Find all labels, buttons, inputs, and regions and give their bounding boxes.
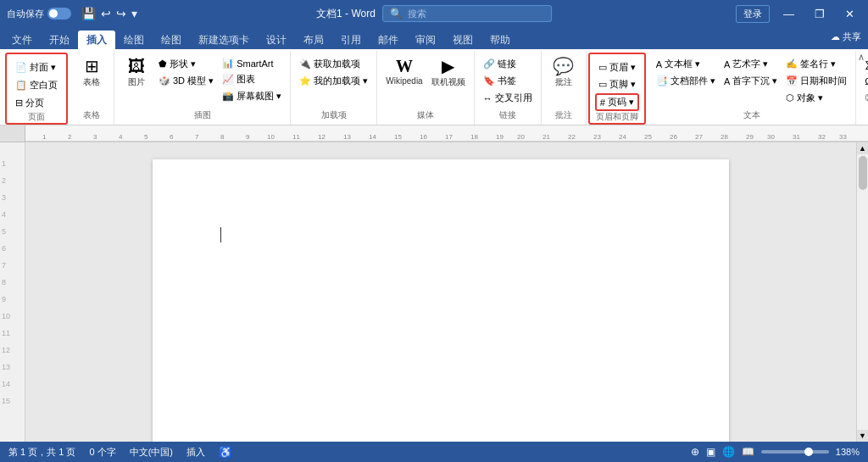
tab-help[interactable]: 帮助 bbox=[481, 31, 519, 49]
media-group-content: W Wikipedia ▶ 联机视频 bbox=[382, 53, 468, 109]
svg-text:29: 29 bbox=[746, 133, 754, 141]
view-web-icon[interactable]: 🌐 bbox=[722, 446, 735, 458]
links-group-content: 🔗 链接 🔖 书签 ↔ 交叉引用 bbox=[480, 53, 536, 109]
scroll-thumb[interactable] bbox=[859, 156, 867, 190]
number-button[interactable]: ① 编号 bbox=[861, 90, 868, 106]
datetime-icon: 📅 bbox=[786, 75, 798, 86]
autosave-area: 自动保存 bbox=[7, 8, 71, 20]
document-page[interactable] bbox=[153, 159, 729, 442]
margin-num-3: 3 bbox=[2, 193, 6, 202]
smartart-button[interactable]: 📊 SmartArt bbox=[219, 56, 285, 70]
my-addins-button[interactable]: ⭐ 我的加载项 ▾ bbox=[296, 73, 371, 89]
chart-button[interactable]: 📈 图表 bbox=[219, 71, 285, 87]
page-container[interactable] bbox=[25, 142, 856, 442]
footer-icon: ▭ bbox=[598, 79, 607, 90]
zoom-thumb[interactable] bbox=[804, 448, 813, 456]
search-box[interactable]: 🔍 bbox=[382, 5, 552, 22]
page-break-button[interactable]: ⊟ 分页 bbox=[12, 95, 61, 111]
tab-draw2[interactable]: 绘图 bbox=[153, 31, 190, 49]
ribbon-collapse-btn[interactable]: ∧ bbox=[858, 51, 865, 63]
3d-model-button[interactable]: 🎲 3D 模型 ▾ bbox=[155, 73, 217, 89]
svg-text:27: 27 bbox=[695, 133, 703, 141]
undo-icon[interactable]: ↩ bbox=[101, 7, 111, 20]
footer-button[interactable]: ▭ 页脚 ▾ bbox=[595, 76, 639, 92]
picture-button[interactable]: 🖼 图片 bbox=[120, 56, 153, 90]
wordart-button[interactable]: A 艺术字 ▾ bbox=[721, 56, 781, 72]
view-read-icon[interactable]: 📖 bbox=[742, 446, 754, 458]
symbol-button[interactable]: Ω 符号 ▾ bbox=[861, 73, 868, 89]
symbol-icon: Ω bbox=[865, 76, 868, 86]
accessibility-icon[interactable]: ♿ bbox=[219, 446, 232, 459]
wikipedia-button[interactable]: W Wikipedia bbox=[382, 56, 426, 87]
scroll-down-button[interactable]: ▼ bbox=[857, 430, 869, 442]
addins-icon: 🔌 bbox=[299, 58, 311, 70]
svg-text:23: 23 bbox=[593, 133, 601, 141]
object-button[interactable]: ⬡ 对象 ▾ bbox=[782, 90, 850, 106]
redo-icon[interactable]: ↪ bbox=[116, 7, 126, 20]
restore-button[interactable]: ❐ bbox=[808, 6, 832, 22]
blank-page-button[interactable]: 📋 空白页 bbox=[12, 77, 61, 93]
tab-insert[interactable]: 插入 bbox=[78, 31, 115, 49]
margin-num-11: 11 bbox=[2, 329, 10, 337]
cover-page-button[interactable]: 📄 封面 ▾ bbox=[12, 59, 61, 75]
my-addins-icon: ⭐ bbox=[299, 75, 311, 86]
more-qa-icon[interactable]: ▾ bbox=[131, 7, 137, 20]
view-print-icon[interactable]: ▣ bbox=[706, 446, 715, 458]
scroll-up-button[interactable]: ▲ bbox=[857, 142, 869, 154]
tab-newtab[interactable]: 新建选项卡 bbox=[190, 31, 258, 49]
3d-icon: 🎲 bbox=[159, 75, 170, 86]
tab-home[interactable]: 开始 bbox=[41, 31, 78, 49]
tab-mailings[interactable]: 邮件 bbox=[370, 31, 407, 49]
online-video-button[interactable]: ▶ 联机视频 bbox=[428, 56, 469, 90]
bookmark-button[interactable]: 🔖 书签 bbox=[480, 73, 536, 89]
focus-icon[interactable]: ⊕ bbox=[691, 446, 699, 458]
cross-reference-button[interactable]: ↔ 交叉引用 bbox=[480, 90, 536, 106]
link-button[interactable]: 🔗 链接 bbox=[480, 56, 536, 72]
textbox-button[interactable]: A 文本框 ▾ bbox=[653, 56, 719, 72]
ribbon-group-pages: 📄 封面 ▾ 📋 空白页 ⊟ 分页 页面 bbox=[5, 53, 68, 125]
tab-layout[interactable]: 布局 bbox=[295, 31, 332, 49]
page-info: 第 1 页，共 1 页 bbox=[8, 446, 75, 459]
page-number-button[interactable]: # 页码 ▾ bbox=[595, 93, 639, 111]
tab-design[interactable]: 设计 bbox=[258, 31, 295, 49]
screenshot-icon: 📸 bbox=[222, 91, 234, 102]
dropcap-button[interactable]: A 首字下沉 ▾ bbox=[721, 73, 781, 89]
tab-references[interactable]: 引用 bbox=[332, 31, 370, 49]
save-icon[interactable]: 💾 bbox=[81, 7, 96, 20]
screenshot-button[interactable]: 📸 屏幕截图 ▾ bbox=[219, 88, 285, 104]
close-button[interactable]: ✕ bbox=[838, 6, 861, 22]
svg-text:4: 4 bbox=[119, 133, 123, 141]
pages-col: 📄 封面 ▾ 📋 空白页 ⊟ 分页 bbox=[12, 59, 61, 111]
shape-icon: ⬟ bbox=[159, 58, 167, 70]
tab-review[interactable]: 审阅 bbox=[407, 31, 444, 49]
tab-view[interactable]: 视图 bbox=[444, 31, 481, 49]
share-button[interactable]: ☁ 共享 bbox=[831, 31, 861, 43]
signature-button[interactable]: ✍ 签名行 ▾ bbox=[782, 56, 850, 72]
shape-button[interactable]: ⬟ 形状 ▾ bbox=[155, 56, 217, 72]
header-icon: ▭ bbox=[598, 62, 607, 73]
break-icon: ⊟ bbox=[15, 97, 23, 109]
table-button[interactable]: ⊞ 表格 bbox=[75, 56, 108, 90]
svg-text:28: 28 bbox=[721, 133, 728, 141]
collapse-icon: ∧ bbox=[858, 52, 865, 62]
header-button[interactable]: ▭ 页眉 ▾ bbox=[595, 59, 639, 75]
left-margin: 1 2 3 4 5 6 7 8 9 10 11 12 13 14 15 bbox=[0, 142, 25, 442]
vertical-scrollbar[interactable]: ▲ ▼ bbox=[856, 142, 868, 442]
tab-draw1[interactable]: 绘图 bbox=[115, 31, 153, 49]
media-group-label: 媒体 bbox=[382, 109, 468, 123]
comment-button[interactable]: 💬 批注 bbox=[547, 56, 581, 90]
minimize-button[interactable]: — bbox=[776, 6, 801, 22]
search-input[interactable] bbox=[408, 8, 543, 19]
ruler-corner[interactable] bbox=[0, 125, 25, 142]
docparts-button[interactable]: 📑 文档部件 ▾ bbox=[653, 73, 719, 89]
autosave-toggle[interactable] bbox=[47, 8, 71, 19]
login-button[interactable]: 登录 bbox=[736, 5, 770, 23]
tab-file[interactable]: 文件 bbox=[3, 31, 41, 49]
datetime-button[interactable]: 📅 日期和时间 bbox=[782, 73, 850, 89]
get-addins-button[interactable]: 🔌 获取加载项 bbox=[296, 56, 371, 72]
blank-icon: 📋 bbox=[15, 80, 27, 91]
margin-num-13: 13 bbox=[2, 363, 10, 371]
zoom-slider[interactable] bbox=[761, 450, 829, 454]
autosave-label: 自动保存 bbox=[7, 8, 44, 20]
quick-access-toolbar: 💾 ↩ ↪ ▾ bbox=[81, 7, 137, 20]
